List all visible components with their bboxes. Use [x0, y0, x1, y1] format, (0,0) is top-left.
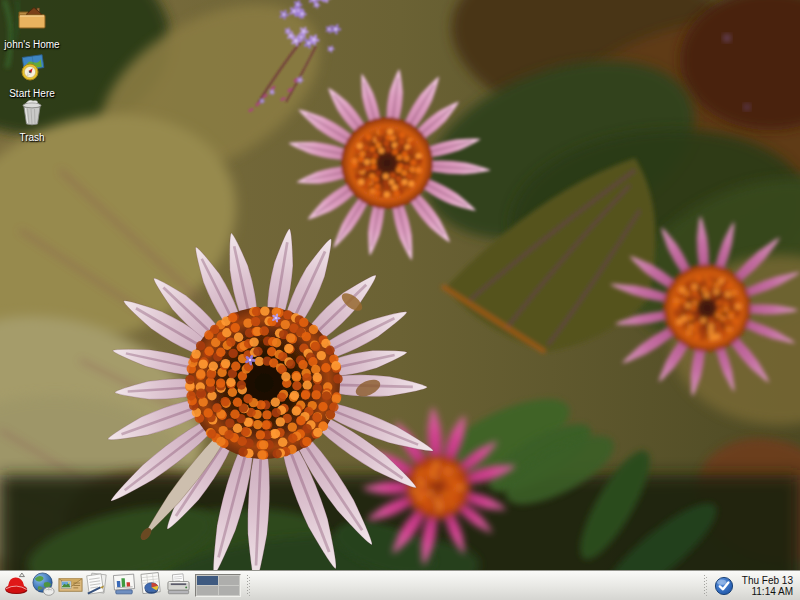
spreadsheet-pie-icon — [138, 571, 165, 600]
email-launcher[interactable] — [57, 572, 84, 599]
clock-date: Thu Feb 13 — [742, 575, 793, 586]
printer-launcher[interactable] — [165, 572, 192, 599]
clock-time: 11:14 AM — [742, 586, 793, 597]
word-processor-icon — [84, 571, 111, 600]
clock[interactable]: Thu Feb 13 11:14 AM — [742, 575, 793, 597]
desktop-icon-label: john's Home — [4, 39, 59, 50]
spreadsheet-launcher[interactable] — [138, 572, 165, 599]
web-browser-globe-icon — [30, 571, 57, 600]
word-processor-launcher[interactable] — [84, 572, 111, 599]
taskbar-panel: Thu Feb 13 11:14 AM — [0, 570, 800, 600]
red-hat-main-menu-icon — [3, 571, 30, 600]
main-menu-button[interactable] — [3, 572, 30, 599]
desktop-icon-trash[interactable]: Trash — [0, 98, 70, 143]
email-envelope-icon — [57, 571, 84, 600]
panel-drag-handle-left[interactable] — [246, 575, 251, 596]
desktop-icon-label: Trash — [19, 132, 44, 143]
printer-icon — [165, 571, 192, 600]
panel-drag-handle-right[interactable] — [703, 575, 708, 596]
desktop: john's Home Start Here — [0, 0, 800, 600]
desktop-icon-start-here[interactable]: Start Here — [0, 54, 70, 99]
update-notifier-button[interactable] — [713, 575, 735, 597]
workspace-cell-2[interactable] — [219, 576, 240, 585]
presentation-launcher[interactable] — [111, 572, 138, 599]
workspace-switcher[interactable] — [195, 574, 241, 597]
workspace-cell-1[interactable] — [197, 576, 218, 585]
web-browser-launcher[interactable] — [30, 572, 57, 599]
desktop-wallpaper — [0, 0, 800, 600]
trash-can-icon — [20, 98, 44, 130]
desktop-icon-home[interactable]: john's Home — [0, 3, 70, 50]
workspace-cell-3[interactable] — [197, 586, 218, 595]
home-folder-icon — [16, 3, 48, 37]
start-here-compass-icon — [18, 54, 46, 86]
workspace-cell-4[interactable] — [219, 586, 240, 595]
presentation-chart-icon — [111, 571, 138, 600]
update-check-icon — [713, 585, 735, 600]
